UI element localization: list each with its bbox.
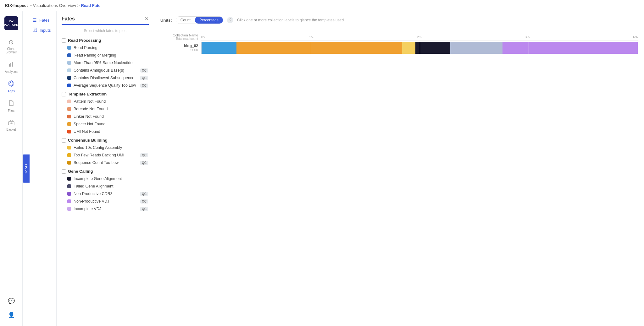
fate-label-failed-10x: Failed 10x Contig Assembly (74, 145, 148, 150)
qc-badge-too-few-reads: QC (140, 153, 148, 157)
fate-color-barcode-not-found (67, 107, 71, 111)
breadcrumb-link-viz[interactable]: Visualizations Overview (33, 3, 76, 8)
fate-color-pattern-not-found (67, 100, 71, 103)
chart-controls: Units: Count Percentage ? Click one or m… (160, 16, 638, 24)
fate-color-non-productive-cdr3 (67, 192, 71, 196)
fate-linker-not-found[interactable]: Linker Not Found (60, 113, 151, 120)
bar-segment-orange (236, 42, 402, 54)
fate-more-than-95[interactable]: More Than 95% Same Nucleotide (60, 59, 151, 67)
svg-marker-4 (10, 82, 13, 85)
bar-track-blog02[interactable] (201, 42, 638, 54)
fate-color-incomplete-gene-alignment (67, 177, 71, 181)
x-axis-labels: 0% 1% 2% 3% 4% (201, 35, 638, 41)
bar-segment-yellow (402, 42, 415, 54)
fate-avg-seq-quality[interactable]: Average Sequence Quality Too Low QC (60, 82, 151, 89)
fate-incomplete-vdj[interactable]: Incomplete VDJ QC (60, 205, 151, 213)
x-axis-2: 2% (417, 35, 422, 39)
fate-barcode-not-found[interactable]: Barcode Not Found (60, 105, 151, 113)
fates-tool-label: Fates (39, 18, 50, 23)
fate-seq-count-too-low[interactable]: Sequence Count Too Low QC (60, 159, 151, 166)
nav-item-files[interactable]: Files (1, 97, 21, 116)
fate-label-failed-gene-alignment: Failed Gene Alignment (74, 184, 148, 188)
logo-text: IGXPLATFORM (4, 20, 18, 27)
fate-ambiguous-bases[interactable]: Contains Ambiguous Base(s) QC (60, 67, 151, 74)
toggle-count[interactable]: Count (176, 17, 195, 24)
fate-spacer-not-found[interactable]: Spacer Not Found (60, 120, 151, 128)
units-label: Units: (160, 18, 172, 23)
fate-failed-gene-alignment[interactable]: Failed Gene Alignment (60, 182, 151, 190)
toggle-percentage[interactable]: Percentage (195, 17, 223, 24)
icon-sidebar: IGXPLATFORM ⊙ Clone Browser Analyses (0, 11, 23, 326)
analyses-icon (8, 61, 14, 69)
bar-row-blog02: blog_02 5000 (160, 42, 638, 54)
brand-name: IGX-Inspect (5, 3, 28, 8)
fate-disallowed-subseq[interactable]: Contains Disallowed Subsequence QC (60, 74, 151, 82)
nav-item-messages[interactable]: 💬 (1, 295, 21, 308)
fate-non-productive-vdj[interactable]: Non-Productive VDJ QC (60, 198, 151, 205)
help-icon[interactable]: ? (227, 17, 233, 23)
section-checkbox-read-processing[interactable] (62, 38, 66, 43)
fate-pattern-not-found[interactable]: Pattern Not Found (60, 98, 151, 105)
fates-panel: Fates ✕ Select which fates to plot. Read… (57, 11, 154, 326)
fate-read-parsing[interactable]: Read Parsing (60, 44, 151, 52)
files-icon (8, 100, 14, 108)
fate-too-few-reads[interactable]: Too Few Reads Backing UMI QC (60, 151, 151, 159)
section-gene-calling: Gene Calling (60, 166, 151, 175)
tools-tab[interactable]: Tools (23, 155, 30, 183)
tool-item-fates[interactable]: ☰ Fates (31, 15, 54, 25)
apps-icon (8, 80, 14, 88)
fate-color-umi-not-found (67, 130, 71, 133)
section-checkbox-consensus-building[interactable] (62, 138, 66, 143)
fate-label-pattern-not-found: Pattern Not Found (74, 99, 148, 104)
fate-non-productive-cdr3[interactable]: Non-Productive CDR3 QC (60, 190, 151, 198)
fates-close-button[interactable]: ✕ (145, 16, 149, 22)
fate-label-umi-not-found: UMI Not Found (74, 129, 148, 134)
bar-segment-blue (202, 42, 236, 54)
basket-label: Basket (6, 128, 16, 131)
fate-color-incomplete-vdj (67, 207, 71, 211)
fate-color-more-than-95 (67, 61, 71, 65)
inputs-tool-icon (33, 28, 37, 33)
fate-label-barcode-not-found: Barcode Not Found (74, 107, 148, 111)
qc-badge-non-productive-cdr3: QC (140, 192, 148, 196)
qc-badge-disallowed-subseq: QC (140, 76, 148, 80)
nav-item-apps[interactable]: Apps (1, 77, 21, 96)
profile-icon: 👤 (8, 312, 15, 318)
fate-label-incomplete-vdj: Incomplete VDJ (74, 207, 138, 211)
tool-item-inputs[interactable]: Inputs (31, 25, 54, 35)
inputs-tool-label: Inputs (40, 28, 51, 33)
section-label-read-processing: Read Processing (68, 38, 101, 43)
fate-label-read-parsing: Read Parsing (74, 46, 148, 50)
section-label-consensus-building: Consensus Building (68, 138, 108, 143)
logo-area: IGXPLATFORM (2, 14, 21, 33)
fate-failed-10x[interactable]: Failed 10x Contig Assembly (60, 144, 151, 151)
fate-umi-not-found[interactable]: UMI Not Found (60, 128, 151, 135)
qc-badge-non-productive-vdj: QC (140, 199, 148, 204)
section-consensus-building: Consensus Building (60, 135, 151, 144)
basket-icon (8, 119, 14, 127)
fate-label-ambiguous-bases: Contains Ambiguous Base(s) (74, 68, 138, 73)
fate-label-too-few-reads: Too Few Reads Backing UMI (74, 153, 138, 157)
grid-line-3 (529, 42, 529, 54)
chart-container: Collection Name Total read count 0% 1% 2… (160, 30, 638, 57)
nav-item-profile[interactable]: 👤 (1, 308, 21, 322)
bar-count-blog02: 5000 (160, 48, 198, 52)
section-checkbox-template-extraction[interactable] (62, 92, 66, 96)
qc-badge-incomplete-vdj: QC (140, 207, 148, 211)
fate-read-pairing[interactable]: Read Pairing or Merging (60, 52, 151, 59)
section-checkbox-gene-calling[interactable] (62, 169, 66, 174)
fate-color-non-productive-vdj (67, 199, 71, 203)
chart-hint: Click one or more collection labels to g… (237, 18, 344, 22)
nav-item-basket[interactable]: Basket (1, 116, 21, 134)
fate-label-more-than-95: More Than 95% Same Nucleotide (74, 61, 148, 65)
chart-area: Units: Count Percentage ? Click one or m… (154, 11, 644, 326)
nav-item-clone-browser[interactable]: ⊙ Clone Browser (1, 35, 21, 57)
nav-item-analyses[interactable]: Analyses (1, 58, 21, 77)
fate-color-linker-not-found (67, 115, 71, 118)
tools-panel: Tools ☰ Fates Inputs (23, 11, 57, 326)
logo-box: IGXPLATFORM (4, 16, 18, 30)
fate-color-failed-gene-alignment (67, 184, 71, 188)
grid-line-2 (420, 42, 420, 54)
sep1: • (30, 3, 32, 8)
fate-incomplete-gene-alignment[interactable]: Incomplete Gene Alignment (60, 175, 151, 182)
